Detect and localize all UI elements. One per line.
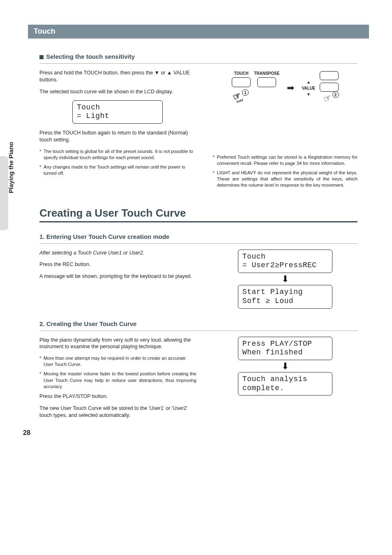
triangle-down-icon: ▼ <box>154 70 159 76</box>
label-value: VALUE <box>302 86 315 90</box>
footnote: *Any changes made to the Touch settings … <box>39 164 196 176</box>
lcd-line: complete. <box>242 384 328 393</box>
para-press-rec: Press the REC button. <box>39 261 196 268</box>
footnote: *More than one attempt may be required i… <box>39 355 196 368</box>
triangle-up-icon: ▲ <box>167 70 172 76</box>
lcd-touch-light: Touch = Light <box>72 100 163 124</box>
para-play-dynamically: Play the piano dynamically from very sof… <box>39 337 196 351</box>
panel-button-transpose <box>257 77 276 87</box>
lcd-line: Touch <box>242 252 328 261</box>
lcd-analysis-complete: Touch analysis complete. <box>238 372 332 395</box>
arrow-down-icon: ⬇ <box>281 363 289 370</box>
step-badge-2: 2 <box>332 91 339 98</box>
step1-heading: 1. Entering User Touch Curve creation mo… <box>39 233 357 240</box>
side-tab: Playing the Piano <box>0 156 16 230</box>
lcd-line: When finished <box>242 348 328 357</box>
arrow-right-icon: ➡ <box>287 83 294 93</box>
button-panel-diagram: TOUCH ☞ 1 hold TRANSPOSE <box>213 71 357 105</box>
para-press-again: Press the TOUCH button again to return t… <box>39 130 196 143</box>
lcd-line: Start Playing <box>242 288 328 297</box>
triangle-down-icon: ▼ <box>307 92 311 97</box>
panel-button-touch <box>232 77 251 87</box>
square-bullet-icon <box>39 55 44 59</box>
lcd-line: = User2≥PressREC <box>242 261 328 270</box>
lcd-line: Press PLAY/STOP <box>242 340 328 349</box>
para-after-selecting: After selecting a Touch Curve User1 or U… <box>39 250 196 257</box>
para-stored-user: The new User Touch Curve will be stored … <box>39 405 196 419</box>
lcd-start-playing: Start Playing Soft ≥ Loud <box>238 285 332 308</box>
section-bar: Touch <box>28 25 369 39</box>
label-touch: TOUCH <box>234 71 248 76</box>
footnote: *The touch setting is global for all of … <box>39 148 196 161</box>
footnote: *Preferred Touch settings can be stored … <box>213 154 357 166</box>
side-tab-label: Playing the Piano <box>7 142 14 193</box>
footnote: *Moving the master volume fader to the l… <box>39 371 196 389</box>
label-transpose: TRANSPOSE <box>254 71 279 76</box>
arrow-down-icon: ⬇ <box>281 275 289 283</box>
para-press-playstop: Press the PLAY/STOP button. <box>39 393 196 400</box>
lcd-user2-pressrec: Touch = User2≥PressREC <box>238 250 332 273</box>
panel-button-value-up <box>320 71 339 80</box>
page-number: 28 <box>23 429 30 437</box>
lcd-press-playstop: Press PLAY/STOP When finished <box>238 337 332 360</box>
panel-button-value-down <box>320 83 339 92</box>
para-press-hold: Press and hold the TOUCH button, then pr… <box>39 69 196 83</box>
step2-heading: 2. Creating the User Touch Curve <box>39 320 357 327</box>
divider <box>39 331 357 331</box>
footnote: *LIGHT and HEAVY do not represent the ph… <box>213 170 357 188</box>
para-selected-curve: The selected touch curve will be shown i… <box>39 88 196 95</box>
divider <box>39 63 357 64</box>
subheading-selecting: Selecting the touch sensitivity <box>39 53 357 60</box>
lcd-line: Touch analysis <box>242 375 328 384</box>
side-tab-bg <box>0 156 8 230</box>
section-title-creating: Creating a User Touch Curve <box>39 207 357 222</box>
lcd-line: Soft ≥ Loud <box>242 297 328 306</box>
triangle-up-icon: ▲ <box>307 80 311 84</box>
step-badge-1: 1 <box>242 89 249 96</box>
lcd-line: = Light <box>77 112 158 121</box>
subheading-text: Selecting the touch sensitivity <box>46 53 135 60</box>
lcd-line: Touch <box>77 103 158 112</box>
pointer-hand-icon: ☞ <box>321 92 333 105</box>
divider <box>39 243 357 244</box>
para-message-shown: A message will be shown, prompting for t… <box>39 273 196 280</box>
